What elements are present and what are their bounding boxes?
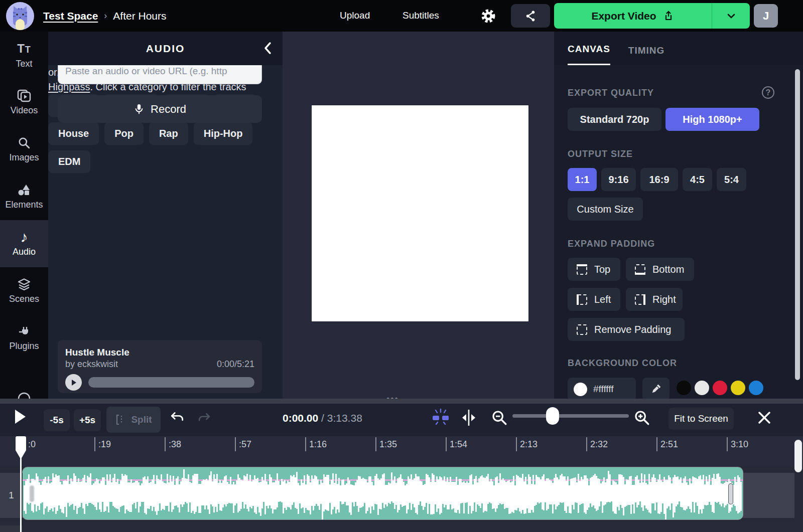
remove-padding-icon [577,324,587,335]
fit-to-screen-button[interactable]: Fit to Screen [668,408,734,430]
timeline-zoom-slider-thumb[interactable] [546,407,559,425]
export-options-dropdown[interactable] [712,3,750,29]
audio-panel-body: Paste an audio or video URL (e.g. http R… [48,65,283,399]
music-track-card[interactable]: Hustle Muscle by eckskwisit 0:00/5:21 [58,340,262,393]
sidebar-item-plugins[interactable]: Plugins [0,314,48,362]
microphone-icon [133,103,145,116]
color-swatch[interactable] [749,381,763,395]
share-icon [524,10,537,23]
aspect-16-9-button[interactable]: 16:9 [640,168,678,191]
sidebar-item-text[interactable]: TT Text [0,32,48,79]
playhead-handle[interactable] [16,436,26,461]
split-button[interactable]: Split [106,407,161,433]
custom-size-button[interactable]: Custom Size [568,198,643,221]
color-swatch[interactable] [677,381,691,395]
category-chip[interactable]: House [48,122,99,145]
record-button-label: Record [151,103,186,116]
expand-clip-icon[interactable] [460,409,477,427]
aspect-4-5-button[interactable]: 4:5 [683,168,712,191]
export-quality-section: EXPORT QUALITY ? [568,88,789,98]
tools-sidebar: TT Text Videos Images Elements [0,32,48,399]
color-swatch[interactable] [731,381,745,395]
collapse-panel-icon[interactable] [263,42,272,55]
current-time: 0:00.00 [283,412,318,424]
quality-standard-720p-button[interactable]: Standard 720p [568,108,661,131]
zoom-out-icon[interactable] [491,409,508,426]
remove-padding-button[interactable]: Remove Padding [568,318,685,341]
sidebar-item-elements[interactable]: Elements [0,173,48,220]
share-button[interactable] [511,4,550,28]
layers-icon [17,278,31,291]
aspect-1-1-button[interactable]: 1:1 [568,168,597,191]
track-progress-bar[interactable] [88,377,254,388]
background-hex-button[interactable]: #ffffff [568,378,636,401]
time-display: 0:00.00 / 3:13.38 [283,412,362,424]
track-play-button[interactable] [65,374,82,391]
audio-panel-header: AUDIO [48,32,283,65]
sidebar-item-videos[interactable]: Videos [0,79,48,126]
video-canvas[interactable] [312,105,528,321]
ruler-tick [235,437,236,451]
breadcrumb: Test Space › After Hours [43,0,167,32]
ruler-tick [586,437,587,451]
audio-clip[interactable] [23,467,743,519]
forward-5s-button[interactable]: +5s [74,409,101,431]
audio-panel-title: AUDIO [146,43,185,55]
export-video-button[interactable]: Export Video [554,3,712,29]
color-swatch[interactable] [695,381,709,395]
category-chip[interactable]: Hip-Hop [194,122,253,145]
user-avatar[interactable]: J [754,4,778,28]
play-icon [70,379,77,387]
tab-timing[interactable]: TIMING [628,45,665,65]
back-5s-button[interactable]: -5s [44,409,70,431]
zoom-in-icon[interactable] [633,409,650,426]
hex-value: #ffffff [593,384,614,395]
record-button[interactable]: Record [58,95,262,123]
tab-canvas[interactable]: CANVAS [568,44,610,65]
color-swatch[interactable] [713,381,727,395]
ruler-tick-label: 2:32 [590,439,608,450]
redo-icon[interactable] [197,412,211,424]
eyedropper-button[interactable] [642,378,670,401]
pad-bottom-button[interactable]: Bottom [626,258,694,281]
quality-high-1080p-button[interactable]: High 1080p+ [665,108,759,131]
ruler-tick-label: :19 [98,439,111,450]
ruler-tick-label: :57 [239,439,251,450]
pad-left-button[interactable]: Left [568,288,620,311]
undo-icon[interactable] [170,411,185,424]
close-timeline-icon[interactable] [757,410,772,425]
category-chip[interactable]: Rap [149,122,188,145]
timeline-ruler[interactable]: :0:19:38:571:161:351:542:132:322:513:10 [0,436,803,466]
kapwing-logo-icon[interactable] [6,2,34,30]
timeline-scrollbar-thumb[interactable] [794,440,802,472]
settings-gear-icon[interactable] [480,8,498,25]
sidebar-item-audio[interactable]: ♪ Audio [0,220,48,267]
pad-right-button[interactable]: Right [626,288,683,311]
clip-trim-handle-left[interactable] [29,485,35,502]
aspect-9-16-button[interactable]: 9:16 [601,168,636,191]
category-chip[interactable]: EDM [48,150,90,173]
videos-icon [17,89,31,102]
canvas-stage [283,32,554,399]
timeline-zoom-slider[interactable] [512,414,629,418]
snap-toggle-icon[interactable] [430,407,452,427]
pad-top-button[interactable]: Top [568,258,620,281]
track-number-label: 1 [0,473,23,518]
audio-url-input[interactable]: Paste an audio or video URL (e.g. http [58,65,262,84]
play-button[interactable] [14,409,26,424]
subtitles-button[interactable]: Subtitles [403,10,439,21]
ruler-tick [165,437,166,451]
help-icon-partial[interactable] [17,392,31,399]
pad-top-icon [577,264,587,275]
inspector-panel: CANVAS TIMING EXPORT QUALITY ? Standard … [554,32,803,399]
aspect-5-4-button[interactable]: 5:4 [717,168,746,191]
breadcrumb-workspace[interactable]: Test Space [43,10,98,22]
clip-trim-handle-right[interactable] [729,484,733,504]
inspector-scrollbar-thumb[interactable] [795,69,800,380]
sidebar-item-images[interactable]: Images [0,126,48,173]
upload-button[interactable]: Upload [340,10,370,21]
category-chip[interactable]: Pop [104,122,144,145]
expand-padding-label: EXPAND PADDING [568,239,655,249]
help-icon[interactable]: ? [762,86,774,99]
sidebar-item-scenes[interactable]: Scenes [0,267,48,314]
